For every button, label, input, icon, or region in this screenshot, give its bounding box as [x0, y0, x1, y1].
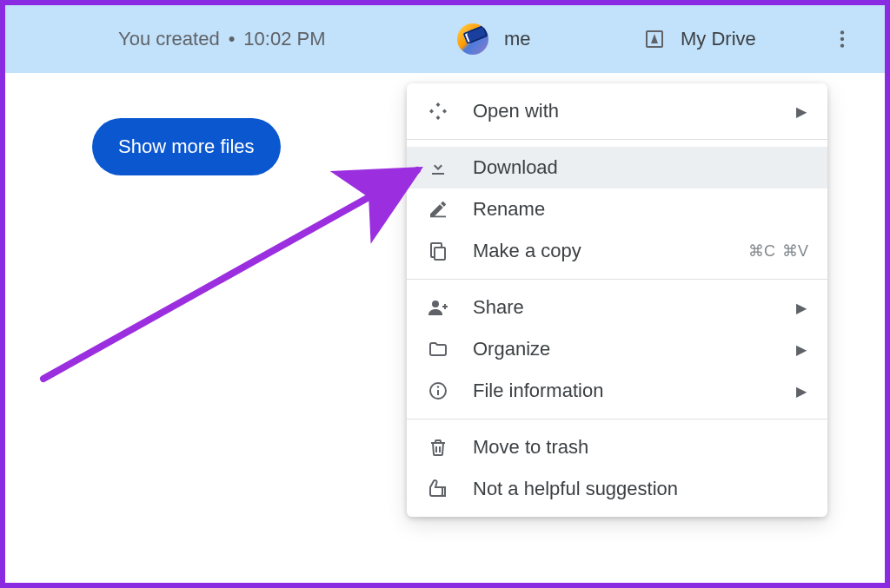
menu-label: Move to trash — [473, 436, 588, 459]
location-cell: My Drive — [644, 5, 756, 73]
menu-separator — [407, 419, 827, 420]
copy-icon — [428, 241, 448, 261]
menu-label: Open with — [473, 100, 559, 122]
svg-line-12 — [43, 170, 417, 379]
thumbs-down-icon — [428, 479, 448, 499]
svg-point-1 — [840, 30, 844, 34]
menu-item-share[interactable]: Share ▶ — [407, 287, 827, 328]
menu-separator — [407, 139, 827, 140]
rename-icon — [428, 199, 448, 220]
menu-item-file-info[interactable]: File information ▶ — [407, 370, 827, 412]
file-row-selected[interactable]: You created • 10:02 PM me My Drive — [5, 5, 885, 73]
show-more-files-button[interactable]: Show more files — [92, 118, 281, 175]
created-time: 10:02 PM — [243, 28, 325, 50]
submenu-arrow-icon: ▶ — [796, 341, 807, 358]
menu-label: Download — [473, 156, 558, 179]
owner-avatar — [457, 23, 488, 55]
organize-icon — [428, 339, 448, 360]
svg-point-2 — [840, 37, 844, 41]
created-info: You created • 10:02 PM — [5, 28, 326, 50]
context-menu: Open with ▶ Download Rename Make a copy … — [407, 83, 827, 517]
submenu-arrow-icon: ▶ — [796, 103, 807, 120]
menu-item-download[interactable]: Download — [407, 147, 827, 188]
menu-item-make-a-copy[interactable]: Make a copy ⌘C ⌘V — [407, 230, 827, 272]
menu-item-organize[interactable]: Organize ▶ — [407, 328, 827, 370]
menu-item-rename[interactable]: Rename — [407, 188, 827, 230]
location-label: My Drive — [681, 28, 756, 50]
menu-label: Share — [473, 296, 524, 319]
svg-point-6 — [432, 301, 439, 307]
menu-label: Organize — [473, 338, 550, 360]
trash-icon — [428, 437, 448, 458]
svg-rect-5 — [435, 248, 445, 260]
keyboard-shortcut: ⌘C ⌘V — [748, 241, 808, 261]
dot-separator: • — [229, 28, 236, 50]
open-with-icon — [428, 101, 448, 122]
menu-label: Make a copy — [473, 240, 581, 262]
menu-item-trash[interactable]: Move to trash — [407, 426, 827, 468]
menu-label: File information — [473, 380, 603, 402]
svg-point-9 — [437, 386, 439, 387]
menu-item-not-helpful[interactable]: Not a helpful suggestion — [407, 468, 827, 510]
menu-label: Rename — [473, 198, 545, 221]
menu-label: Not a helpful suggestion — [473, 478, 678, 500]
owner-cell: me — [457, 5, 531, 73]
info-icon — [428, 380, 448, 401]
share-icon — [428, 297, 448, 318]
created-label: You created — [118, 28, 220, 50]
menu-separator — [407, 279, 827, 280]
more-options-button[interactable] — [831, 5, 853, 73]
submenu-arrow-icon: ▶ — [796, 300, 807, 316]
submenu-arrow-icon: ▶ — [796, 383, 807, 400]
download-icon — [428, 157, 448, 178]
svg-rect-4 — [430, 216, 446, 218]
owner-name: me — [504, 28, 531, 50]
screenshot-frame: You created • 10:02 PM me My Drive Show … — [0, 0, 890, 588]
menu-item-open-with[interactable]: Open with ▶ — [407, 90, 827, 132]
drive-icon — [644, 29, 665, 50]
svg-point-3 — [840, 43, 844, 47]
